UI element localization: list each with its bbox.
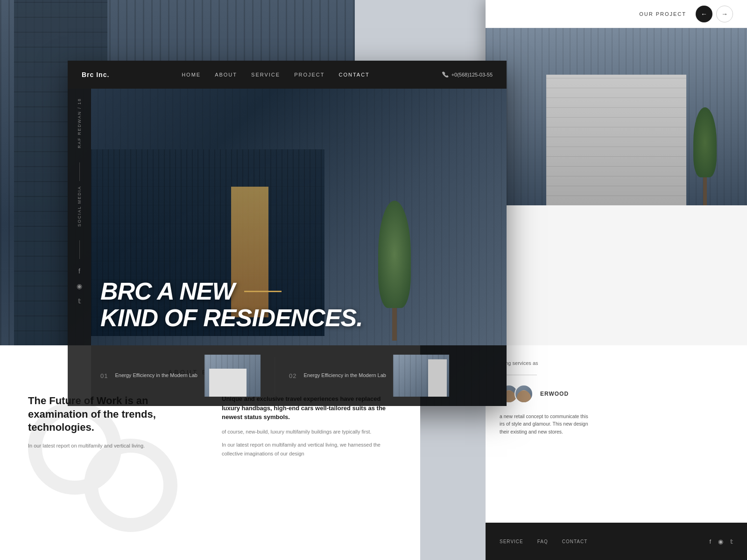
- project-item-1: 01 Energy Efficiency in the Modern Lab: [100, 355, 261, 397]
- project-item-2: 02 Energy Efficiency in the Modern Lab: [289, 355, 449, 397]
- profile-section: ERWOOD: [500, 385, 733, 403]
- footer-contact[interactable]: CONTACT: [562, 539, 588, 544]
- sidebar-facebook-icon[interactable]: f: [78, 267, 80, 275]
- project-title-2: Energy Efficiency in the Modern Lab: [303, 372, 386, 379]
- right-panel: OUR PROJECT ← →: [486, 0, 747, 345]
- deco-circle-2: [84, 439, 177, 532]
- website-sidebar: Raf Redwan / 18 Social media f ◉ 𝕥: [68, 89, 91, 406]
- hero-title-line-1: BRC A NEW: [100, 278, 363, 305]
- footer-service[interactable]: SERVICE: [500, 539, 523, 544]
- bottom-footer: SERVICE FAQ CONTACT f ◉ 𝕥: [486, 523, 747, 560]
- nav-home[interactable]: HOME: [182, 72, 201, 77]
- preview-building: [546, 75, 686, 205]
- footer-faq[interactable]: FAQ: [537, 539, 548, 544]
- sidebar-divider-2: [79, 240, 80, 259]
- thumb-building-2: [428, 359, 447, 397]
- phone-text: +0(568)125-03-55: [451, 72, 493, 77]
- profile-name: ERWOOD: [540, 391, 569, 397]
- content-snippet: ering services as: [500, 359, 733, 368]
- phone-icon: [442, 71, 449, 78]
- hero-content: BRC A NEW KIND OF RESIDENCES.: [100, 278, 363, 331]
- social-media-label: Social media: [77, 186, 82, 227]
- project-preview-image: [486, 28, 747, 205]
- next-arrow-button[interactable]: →: [716, 6, 733, 22]
- project-info-2: Energy Efficiency in the Modern Lab: [303, 372, 386, 379]
- main-website-window: Brc Inc. HOME ABOUT SERVICE PROJECT CONT…: [68, 61, 507, 406]
- phone-number: +0(568)125-03-55: [442, 71, 493, 78]
- about-right-body-2: In our latest report on multifamily and …: [222, 441, 392, 458]
- nav-contact[interactable]: CONTACT: [338, 72, 369, 77]
- project-number-2: 02: [289, 372, 296, 379]
- long-text-3: their existing and new stores.: [500, 428, 733, 436]
- hero-title-line-2: KIND OF RESIDENCES.: [100, 305, 363, 331]
- project-info-1: Energy Efficiency in the Modern Lab: [115, 372, 197, 379]
- nav-service[interactable]: SERVICE: [251, 72, 280, 77]
- navigation-arrows: ← →: [696, 6, 733, 22]
- project-title-1: Energy Efficiency in the Modern Lab: [115, 372, 197, 379]
- main-nav: HOME ABOUT SERVICE PROJECT CONTACT: [182, 72, 370, 77]
- footer-nav: SERVICE FAQ CONTACT: [500, 539, 587, 544]
- hero-tree: [376, 201, 413, 341]
- avatar-2: [514, 385, 533, 403]
- project-thumbnail-bar: 01 Energy Efficiency in the Modern Lab 0…: [91, 345, 507, 406]
- project-thumb-1[interactable]: [204, 355, 261, 397]
- website-navbar: Brc Inc. HOME ABOUT SERVICE PROJECT CONT…: [68, 61, 507, 89]
- thumb-building-1: [209, 369, 247, 397]
- sidebar-instagram-icon[interactable]: ◉: [77, 282, 82, 290]
- long-text-2: irs of style and glamour. This new desig…: [500, 420, 733, 428]
- nav-about[interactable]: ABOUT: [215, 72, 237, 77]
- sidebar-divider-1: [79, 162, 80, 181]
- hero-title: BRC A NEW KIND OF RESIDENCES.: [100, 278, 363, 331]
- prev-arrow-button[interactable]: ←: [696, 6, 712, 22]
- photographer-credit: Raf Redwan / 18: [77, 98, 82, 148]
- long-text-1: a new retail concept to communicate this: [500, 413, 733, 420]
- project-thumb-2[interactable]: [393, 355, 449, 397]
- sidebar-twitter-icon[interactable]: 𝕥: [78, 297, 81, 305]
- instagram-icon[interactable]: ◉: [718, 538, 723, 545]
- twitter-icon[interactable]: 𝕥: [730, 538, 733, 545]
- preview-tree: [691, 112, 719, 205]
- about-right-body-1: of course, new-build, luxury multifamily…: [222, 427, 392, 436]
- footer-social: f ◉ 𝕥: [709, 538, 733, 545]
- project-divider: [275, 357, 275, 394]
- our-project-label: OUR PROJECT: [639, 11, 686, 17]
- nav-project[interactable]: PROJECT: [294, 72, 324, 77]
- project-number-1: 01: [100, 372, 108, 379]
- site-logo[interactable]: Brc Inc.: [82, 71, 109, 78]
- facebook-icon[interactable]: f: [709, 538, 711, 545]
- right-panel-header: OUR PROJECT ← →: [486, 0, 747, 28]
